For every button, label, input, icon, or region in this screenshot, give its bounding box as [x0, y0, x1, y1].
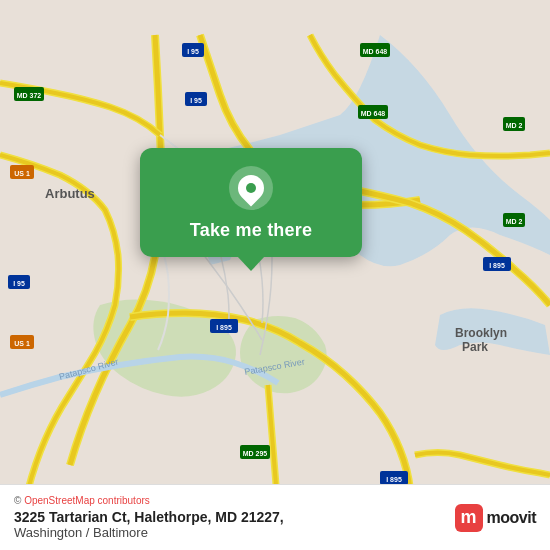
svg-text:Park: Park: [462, 340, 488, 354]
svg-text:I 95: I 95: [13, 280, 25, 287]
take-me-there-button[interactable]: Take me there: [190, 220, 312, 241]
svg-text:I 895: I 895: [216, 324, 232, 331]
svg-text:MD 295: MD 295: [243, 450, 268, 457]
svg-text:I 95: I 95: [187, 48, 199, 55]
map-roads: I 95 MD 648 MD 372 I 95 MD 648 MD 2 US 1…: [0, 0, 550, 550]
moovit-name: moovit: [487, 509, 536, 527]
location-pin-icon: [233, 170, 270, 207]
svg-text:I 895: I 895: [489, 262, 505, 269]
moovit-logo: m moovit: [455, 504, 536, 532]
copyright-symbol: ©: [14, 495, 21, 506]
svg-text:US 1: US 1: [14, 340, 30, 347]
svg-text:Brooklyn: Brooklyn: [455, 326, 507, 340]
location-icon-wrap: [229, 166, 273, 210]
svg-text:I 895: I 895: [386, 476, 402, 483]
map-container: I 95 MD 648 MD 372 I 95 MD 648 MD 2 US 1…: [0, 0, 550, 550]
navigation-popup[interactable]: Take me there: [140, 148, 362, 257]
osm-attribution: © OpenStreetMap contributors: [14, 495, 284, 506]
svg-text:MD 648: MD 648: [363, 48, 388, 55]
svg-text:MD 648: MD 648: [361, 110, 386, 117]
moovit-icon: m: [455, 504, 483, 532]
address-text: 3225 Tartarian Ct, Halethorpe, MD 21227,: [14, 509, 284, 525]
svg-text:MD 2: MD 2: [506, 122, 523, 129]
svg-text:MD 372: MD 372: [17, 92, 42, 99]
bottom-info-bar: © OpenStreetMap contributors 3225 Tartar…: [0, 484, 550, 550]
osm-link[interactable]: OpenStreetMap contributors: [24, 495, 150, 506]
svg-text:MD 2: MD 2: [506, 218, 523, 225]
svg-text:I 95: I 95: [190, 97, 202, 104]
address-info: © OpenStreetMap contributors 3225 Tartar…: [14, 495, 284, 540]
city-text: Washington / Baltimore: [14, 525, 284, 540]
svg-text:US 1: US 1: [14, 170, 30, 177]
svg-text:Arbutus: Arbutus: [45, 186, 95, 201]
